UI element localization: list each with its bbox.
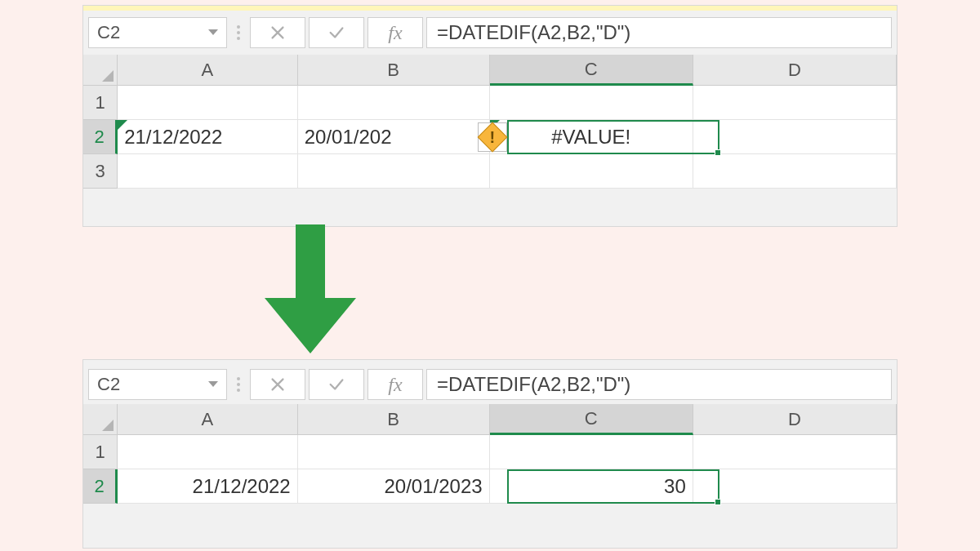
name-box[interactable]: C2 (88, 17, 227, 48)
formula-input[interactable]: =DATEDIF(A2,B2,"D") (426, 369, 892, 400)
row-header-2[interactable]: 2 (83, 469, 118, 504)
cell-D2[interactable] (693, 469, 897, 504)
cell-B2[interactable]: 20/01/2023 (298, 469, 490, 504)
check-icon (327, 375, 345, 393)
row-3: 3 (83, 154, 897, 189)
error-smart-tag[interactable]: ! (478, 122, 507, 152)
excel-bottom-frame: C2 fx =DATEDIF(A2,B2,"D") A B C D 1 (82, 359, 898, 549)
row-1: 1 (83, 86, 897, 120)
cell-D1[interactable] (693, 86, 897, 120)
col-header-A[interactable]: A (118, 404, 297, 435)
column-headers: A B C D (83, 404, 897, 435)
cell-B1[interactable] (298, 86, 490, 120)
cell-B2[interactable]: 20/01/202 (298, 120, 490, 154)
cell-C1[interactable] (490, 435, 693, 469)
sheet-grid: A B C D 1 2 21/12/2022 20/01/2023 30 (83, 404, 897, 504)
cell-A1[interactable] (118, 86, 298, 120)
cell-C1[interactable] (490, 86, 693, 120)
name-box[interactable]: C2 (88, 369, 227, 400)
formula-input[interactable]: =DATEDIF(A2,B2,"D") (426, 17, 892, 48)
col-header-A[interactable]: A (118, 55, 297, 86)
col-header-C[interactable]: C (490, 404, 693, 435)
insert-function-button[interactable]: fx (368, 369, 423, 400)
warning-icon: ! (480, 125, 505, 149)
cell-C2[interactable]: #VALUE! (490, 120, 693, 154)
col-header-C[interactable]: C (490, 55, 693, 86)
cell-A3[interactable] (118, 154, 298, 189)
cell-A2[interactable]: 21/12/2022 (118, 469, 298, 504)
formula-bar: C2 fx =DATEDIF(A2,B2,"D") (83, 11, 897, 55)
cell-D2[interactable] (693, 120, 897, 154)
col-header-B[interactable]: B (298, 404, 490, 435)
col-header-B[interactable]: B (298, 55, 490, 86)
sheet-grid: A B C D 1 2 21/12/2022 20/01/202 #VALUE!… (83, 55, 897, 189)
enter-button[interactable] (309, 369, 364, 400)
x-icon (269, 375, 287, 393)
cell-D3[interactable] (693, 154, 897, 189)
row-header-1[interactable]: 1 (83, 435, 118, 469)
row-header-2[interactable]: 2 (83, 120, 118, 154)
row-2: 2 21/12/2022 20/01/2023 30 (83, 469, 897, 504)
row-header-1[interactable]: 1 (83, 86, 118, 120)
cell-C2[interactable]: 30 (490, 469, 693, 504)
cell-A1[interactable] (118, 435, 298, 469)
name-box-value: C2 (97, 22, 120, 43)
formula-bar: C2 fx =DATEDIF(A2,B2,"D") (83, 360, 897, 404)
name-box-dropdown-icon[interactable] (208, 29, 218, 35)
fx-icon: fx (388, 374, 402, 396)
select-all-corner[interactable] (83, 55, 118, 86)
name-box-value: C2 (97, 374, 120, 395)
name-box-dropdown-icon[interactable] (208, 381, 218, 387)
formula-bar-grip-icon[interactable] (230, 377, 247, 392)
formula-text: =DATEDIF(A2,B2,"D") (437, 373, 630, 396)
column-headers: A B C D (83, 55, 897, 86)
insert-function-button[interactable]: fx (368, 17, 423, 48)
enter-button[interactable] (309, 17, 364, 48)
green-arrow-icon (261, 224, 359, 355)
col-header-D[interactable]: D (693, 404, 897, 435)
x-icon (269, 24, 287, 42)
cell-B3[interactable] (298, 154, 490, 189)
col-header-D[interactable]: D (693, 55, 897, 86)
check-icon (327, 24, 345, 42)
excel-top-frame: C2 fx =DATEDIF(A2,B2,"D") A B C D 1 (82, 5, 898, 227)
cell-C3[interactable] (490, 154, 693, 189)
formula-text: =DATEDIF(A2,B2,"D") (437, 21, 630, 44)
cell-A2[interactable]: 21/12/2022 (118, 120, 298, 154)
cell-B1[interactable] (298, 435, 490, 469)
cancel-button[interactable] (250, 17, 305, 48)
cell-D1[interactable] (693, 435, 897, 469)
cancel-button[interactable] (250, 369, 305, 400)
formula-bar-grip-icon[interactable] (230, 25, 247, 40)
row-1: 1 (83, 435, 897, 469)
select-all-corner[interactable] (83, 404, 118, 435)
fx-icon: fx (388, 22, 402, 44)
row-header-3[interactable]: 3 (83, 154, 118, 189)
